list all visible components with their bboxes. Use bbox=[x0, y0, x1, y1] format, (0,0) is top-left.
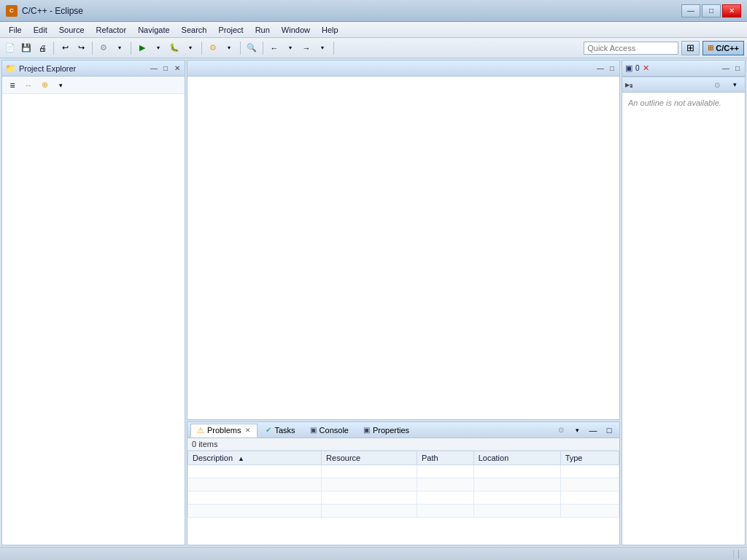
forward-dropdown[interactable]: ▾ bbox=[315, 41, 330, 55]
new-button[interactable]: 📄 bbox=[3, 41, 18, 55]
table-row bbox=[188, 465, 619, 478]
editor-area: — □ bbox=[187, 60, 620, 420]
editor-header: — □ bbox=[187, 61, 619, 77]
outline-body: An outline is not available. bbox=[622, 93, 745, 545]
main-area: 📁 Project Explorer — □ ✕ ≡ ↔ ⊕ ▾ bbox=[0, 58, 747, 547]
run-dropdown[interactable]: ▾ bbox=[151, 41, 166, 55]
run-button[interactable]: ▶ bbox=[135, 41, 150, 55]
outline-tab-label[interactable]: ▸₂ bbox=[625, 80, 707, 90]
save-button[interactable]: 💾 bbox=[19, 41, 34, 55]
debug-dropdown[interactable]: ▾ bbox=[183, 41, 198, 55]
menu-project[interactable]: Project bbox=[212, 24, 249, 36]
problems-table-container: Description ▲ Resource Path Location Typ… bbox=[187, 451, 619, 545]
bottom-panel-controls: ⊙ ▾ — □ bbox=[554, 423, 616, 438]
problems-status: 0 items bbox=[187, 438, 619, 451]
bottom-tab-bar: ⚠ Problems ✕ ✔ Tasks ▣ Console ▣ Propert… bbox=[187, 422, 619, 438]
outline-view-menu[interactable]: ⊙ bbox=[710, 77, 724, 92]
problems-view-menu[interactable]: ⊙ bbox=[554, 423, 568, 438]
perspective-icon: ⊞ bbox=[686, 42, 694, 53]
menu-search[interactable]: Search bbox=[176, 24, 213, 36]
col-path: Path bbox=[417, 451, 474, 465]
menu-file[interactable]: File bbox=[3, 24, 28, 36]
outline-view-dropdown[interactable]: ▾ bbox=[727, 77, 742, 92]
outline-minimize[interactable]: — bbox=[721, 64, 730, 73]
table-row bbox=[188, 505, 619, 518]
title-bar: C C/C++ - Eclipse — □ ✕ bbox=[0, 0, 747, 22]
table-row bbox=[188, 491, 619, 505]
menu-run[interactable]: Run bbox=[249, 24, 276, 36]
quick-access-input[interactable] bbox=[584, 42, 678, 55]
bottom-panel-view-menu[interactable]: ▾ bbox=[570, 423, 584, 438]
menu-edit[interactable]: Edit bbox=[28, 24, 53, 36]
build-dropdown[interactable]: ▾ bbox=[112, 41, 127, 55]
main-toolbar: 📄 💾 🖨 ↩ ↪ ⚙ ▾ ▶ ▾ 🐛 ▾ ⚙ ▾ 🔍 ← ▾ → ▾ ⊞ ⊞ … bbox=[0, 38, 747, 58]
folder-icon: 📁 bbox=[5, 63, 16, 74]
col-type: Type bbox=[560, 451, 619, 465]
project-explorer-body bbox=[2, 94, 185, 545]
col-location: Location bbox=[473, 451, 560, 465]
menu-help[interactable]: Help bbox=[316, 24, 344, 36]
bottom-panel-minimize[interactable]: — bbox=[586, 423, 600, 438]
menu-source[interactable]: Source bbox=[53, 24, 90, 36]
properties-icon: ▣ bbox=[363, 426, 370, 434]
print-button[interactable]: 🖨 bbox=[35, 41, 50, 55]
toolbar-sep-4 bbox=[201, 42, 202, 55]
cpp-perspective-label: C/C++ bbox=[716, 44, 739, 52]
status-sep-1 bbox=[733, 550, 734, 559]
window-controls: — □ ✕ bbox=[681, 4, 741, 18]
back-dropdown[interactable]: ▾ bbox=[283, 41, 298, 55]
bottom-panel: ⚠ Problems ✕ ✔ Tasks ▣ Console ▣ Propert… bbox=[187, 421, 620, 545]
col-resource: Resource bbox=[322, 451, 417, 465]
link-editor-button[interactable]: ↔ bbox=[21, 78, 36, 93]
debug-button[interactable]: 🐛 bbox=[167, 41, 182, 55]
project-explorer-header: 📁 Project Explorer — □ ✕ bbox=[2, 61, 185, 77]
no-outline-text: An outline is not available. bbox=[628, 98, 721, 107]
menu-window[interactable]: Window bbox=[276, 24, 316, 36]
menu-navigate[interactable]: Navigate bbox=[132, 24, 175, 36]
redo-button[interactable]: ↪ bbox=[74, 41, 88, 55]
open-perspective-button[interactable]: ⊞ bbox=[681, 41, 700, 55]
project-explorer-maximize[interactable]: □ bbox=[161, 64, 170, 73]
problems-table: Description ▲ Resource Path Location Typ… bbox=[187, 451, 619, 518]
problems-icon: ⚠ bbox=[197, 426, 204, 435]
toolbar-sep-7 bbox=[333, 42, 334, 55]
project-explorer-toolbar: ≡ ↔ ⊕ ▾ bbox=[2, 77, 185, 94]
status-bar: │ bbox=[0, 547, 747, 560]
editor-maximize[interactable]: □ bbox=[608, 64, 616, 73]
project-explorer-minimize[interactable]: — bbox=[150, 64, 158, 73]
status-separator-vertical: │ bbox=[737, 550, 741, 558]
close-button[interactable]: ✕ bbox=[722, 4, 741, 18]
menu-bar: File Edit Source Refactor Navigate Searc… bbox=[0, 22, 747, 38]
build-button[interactable]: ⚙ bbox=[96, 41, 111, 55]
undo-button[interactable]: ↩ bbox=[58, 41, 72, 55]
tab-problems[interactable]: ⚠ Problems ✕ bbox=[190, 424, 258, 438]
editor-minimize[interactable]: — bbox=[596, 64, 605, 73]
window-title: C/C++ - Eclipse bbox=[22, 6, 681, 16]
problems-close-icon[interactable]: ✕ bbox=[245, 427, 251, 434]
tab-console[interactable]: ▣ Console bbox=[303, 424, 355, 437]
left-panel: 📁 Project Explorer — □ ✕ ≡ ↔ ⊕ ▾ bbox=[1, 60, 185, 545]
toolbar-sep-3 bbox=[131, 42, 131, 55]
back-button[interactable]: ← bbox=[267, 41, 282, 55]
right-panel: ▣ 0 ✕ — □ ▸₂ ⊙ ▾ An outline is not avail… bbox=[622, 60, 746, 545]
ext-tools-button[interactable]: ⚙ bbox=[206, 41, 220, 55]
tab-properties[interactable]: ▣ Properties bbox=[357, 424, 416, 437]
outline-maximize[interactable]: □ bbox=[733, 64, 742, 73]
bottom-panel-maximize[interactable]: □ bbox=[602, 423, 616, 438]
outline-title: ▣ 0 ✕ bbox=[625, 63, 719, 73]
search-button[interactable]: 🔍 bbox=[244, 41, 259, 55]
editor-body[interactable] bbox=[187, 77, 619, 419]
forward-button[interactable]: → bbox=[299, 41, 314, 55]
tab-tasks[interactable]: ✔ Tasks bbox=[259, 424, 301, 437]
ext-tools-dropdown[interactable]: ▾ bbox=[222, 41, 236, 55]
minimize-button[interactable]: — bbox=[681, 4, 700, 18]
collapse-all-button[interactable]: ≡ bbox=[5, 78, 20, 93]
project-explorer-close[interactable]: ✕ bbox=[173, 64, 182, 73]
restore-button[interactable]: □ bbox=[702, 4, 721, 18]
view-menu-button[interactable]: ▾ bbox=[53, 78, 68, 93]
new-cpp-project-button[interactable]: ⊕ bbox=[37, 78, 52, 93]
menu-refactor[interactable]: Refactor bbox=[90, 24, 133, 36]
toolbar-sep-2 bbox=[92, 42, 93, 55]
cpp-perspective-button[interactable]: ⊞ C/C++ bbox=[703, 41, 744, 55]
outline-icon: ▣ bbox=[625, 63, 632, 73]
